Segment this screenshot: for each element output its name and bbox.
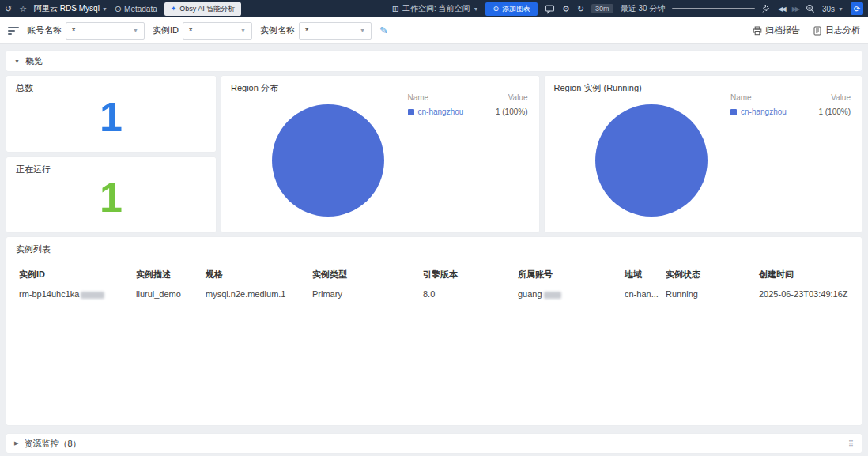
step-back-icon[interactable]: ◀◀ xyxy=(778,6,784,13)
filter-funnel-icon[interactable] xyxy=(8,27,19,35)
column-header-region: 地域 xyxy=(621,265,662,285)
column-header-status: 实例状态 xyxy=(662,265,756,285)
workspace-label: 工作空间: 当前空间 xyxy=(402,3,470,14)
favorite-star-icon[interactable]: ☆ xyxy=(19,5,27,13)
legend-name-header: Name xyxy=(408,93,429,102)
cell-region: cn-han... xyxy=(621,285,662,303)
undo-icon[interactable]: ↺ xyxy=(5,5,12,13)
time-slider[interactable] xyxy=(672,8,755,9)
overview-panels: 总数 1 正在运行 1 Region 分布 Name Value cn-hang… xyxy=(6,76,862,232)
stat-column: 总数 1 正在运行 1 xyxy=(6,76,216,232)
drag-handle-icon[interactable]: ⠿ xyxy=(848,439,854,448)
legend-series-name: cn-hangzhou xyxy=(418,107,492,116)
metadata-button[interactable]: ⊙ Metadata xyxy=(115,5,157,13)
legend-value-header: Value xyxy=(831,93,851,102)
log-analysis-label: 日志分析 xyxy=(825,24,860,36)
panel-title: Region 实例 (Running) xyxy=(554,82,853,94)
zoom-out-icon[interactable] xyxy=(806,4,815,13)
region-running-pie[interactable] xyxy=(595,104,708,217)
cell-created: 2025-06-23T03:49:16Z xyxy=(756,285,852,303)
filter-label: 账号名称 xyxy=(27,24,62,36)
cell-account: guang xyxy=(515,285,621,303)
chevron-down-icon: ▼ xyxy=(474,6,479,12)
log-analysis-button[interactable]: 日志分析 xyxy=(813,24,860,36)
ai-sparkle-icon: ✦ xyxy=(171,5,177,13)
chart-legend: Name Value cn-hangzhou 1 (100%) xyxy=(730,93,851,116)
archive-report-label: 归档报告 xyxy=(765,24,800,36)
time-range-label[interactable]: 最近 30 分钟 xyxy=(621,3,666,14)
pin-icon[interactable] xyxy=(762,4,771,13)
legend-series-value: 1 (100%) xyxy=(496,107,528,116)
panel-title: Region 分布 xyxy=(231,82,530,94)
top-bar: ↺ ☆ 阿里云 RDS Mysql ▼ ⊙ Metadata ✦ Obsy AI… xyxy=(0,0,868,17)
chevron-down-icon: ▼ xyxy=(102,6,108,12)
total-count-panel: 总数 1 xyxy=(6,76,216,152)
add-chart-button[interactable]: ⊕ 添加图表 xyxy=(485,2,538,16)
overview-section-header[interactable]: ▼ 概览 xyxy=(6,51,862,71)
column-header-engine-version: 引擎版本 xyxy=(420,265,515,285)
workspace-icon: ⊞ xyxy=(392,5,399,13)
filter-group-instance-name: 实例名称 * ▼ xyxy=(260,22,372,40)
workspace-selector[interactable]: ⊞ 工作空间: 当前空间 ▼ xyxy=(392,3,479,14)
column-header-created: 创建时间 xyxy=(756,265,852,285)
filter-label: 实例ID xyxy=(153,24,179,36)
cell-engine-version: 8.0 xyxy=(420,285,515,303)
filter-label: 实例名称 xyxy=(260,24,295,36)
region-distribution-panel: Region 分布 Name Value cn-hangzhou 1 (100%… xyxy=(221,76,539,232)
time-range-badge[interactable]: 30m xyxy=(591,4,613,13)
legend-color-chip xyxy=(408,109,414,115)
legend-value-header: Value xyxy=(508,93,528,102)
column-header-description: 实例描述 xyxy=(133,265,202,285)
chevron-down-icon: ▼ xyxy=(240,28,246,33)
instance-list-panel: 实例列表 实例ID 实例描述 规格 实例类型 引擎版本 所属账号 地域 实例状态… xyxy=(6,237,862,425)
legend-color-chip xyxy=(730,109,737,115)
cell-instance-id: rm-bp14uhc1ka xyxy=(16,285,133,303)
column-header-account: 所属账号 xyxy=(515,265,621,285)
obsy-ai-button[interactable]: ✦ Obsy AI 智能分析 xyxy=(164,2,242,16)
history-icon[interactable]: ↻ xyxy=(577,5,584,13)
chevron-down-icon: ▼ xyxy=(360,28,365,33)
legend-series-value: 1 (100%) xyxy=(818,107,851,116)
region-running-panel: Region 实例 (Running) Name Value cn-hangzh… xyxy=(545,76,862,232)
instance-id-select[interactable]: * ▼ xyxy=(183,22,252,40)
metadata-label: Metadata xyxy=(124,5,157,13)
resource-monitor-title: 资源监控（8） xyxy=(24,438,81,450)
redacted-text xyxy=(544,292,561,299)
edit-filters-pencil-icon[interactable]: ✎ xyxy=(379,24,388,36)
chevron-down-icon: ▼ xyxy=(133,28,138,33)
select-value: * xyxy=(305,26,308,36)
plus-icon: ⊕ xyxy=(492,5,499,13)
region-distribution-pie[interactable] xyxy=(272,104,384,217)
step-forward-icon[interactable]: ▶▶ xyxy=(792,6,798,13)
column-header-spec: 规格 xyxy=(202,265,309,285)
account-name-select[interactable]: * ▼ xyxy=(66,22,145,40)
redacted-text xyxy=(81,292,104,299)
chart-legend: Name Value cn-hangzhou 1 (100%) xyxy=(408,93,528,116)
legend-item[interactable]: cn-hangzhou 1 (100%) xyxy=(730,107,851,116)
filter-group-account: 账号名称 * ▼ xyxy=(27,22,145,40)
cell-type: Primary xyxy=(309,285,420,303)
add-chart-label: 添加图表 xyxy=(502,4,530,14)
refresh-interval-dropdown[interactable]: 30s ▼ xyxy=(822,5,843,13)
table-row[interactable]: rm-bp14uhc1ka liurui_demo mysql.n2e.medi… xyxy=(16,285,852,303)
feedback-comment-icon[interactable] xyxy=(545,4,555,14)
total-count-value: 1 xyxy=(6,82,216,152)
cell-spec: mysql.n2e.medium.1 xyxy=(202,285,309,303)
resource-monitor-section-header[interactable]: ▶ 资源监控（8） ⠿ xyxy=(6,434,862,453)
filterbar-actions: 归档报告 日志分析 xyxy=(753,24,860,36)
instance-table: 实例ID 实例描述 规格 实例类型 引擎版本 所属账号 地域 实例状态 创建时间… xyxy=(16,265,852,303)
column-header-type: 实例类型 xyxy=(309,265,420,285)
instance-name-select[interactable]: * ▼ xyxy=(299,22,372,40)
legend-item[interactable]: cn-hangzhou 1 (100%) xyxy=(408,107,528,116)
cell-status: Running xyxy=(662,285,756,303)
refresh-button[interactable]: ⟳ xyxy=(851,2,863,15)
cell-description: liurui_demo xyxy=(133,285,202,303)
panel-title: 实例列表 xyxy=(16,243,852,255)
select-value: * xyxy=(72,26,75,36)
metadata-icon: ⊙ xyxy=(115,5,122,13)
settings-gear-icon[interactable]: ⚙ xyxy=(562,5,570,13)
archive-report-button[interactable]: 归档报告 xyxy=(753,24,800,36)
overview-title: 概览 xyxy=(25,55,43,67)
dashboard-title-dropdown[interactable]: 阿里云 RDS Mysql ▼ xyxy=(34,3,108,14)
running-count-panel: 正在运行 1 xyxy=(6,157,216,233)
